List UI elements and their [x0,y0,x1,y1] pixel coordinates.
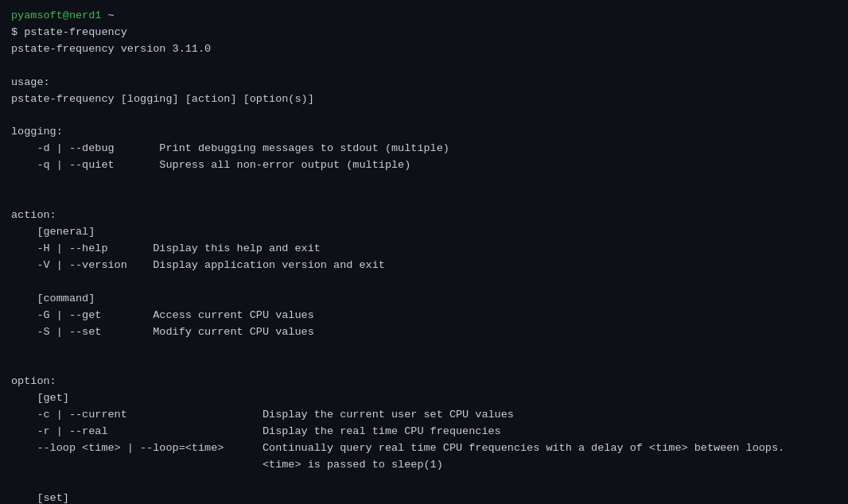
option-loop2: <time> is passed to sleep(1) [11,459,443,471]
terminal-output: pyamsoft@nerd1 ~ $ pstate-frequency psta… [11,8,837,504]
action-command: [command] [11,293,95,304]
usage-header: usage: [11,76,50,88]
action-V: -V | --version Display application versi… [11,259,385,271]
option-loop: --loop <time> | --loop=<time> Continuall… [11,442,784,454]
version-line: pstate-frequency version 3.11.0 [11,43,211,55]
logging-header: logging: [11,126,63,138]
option-c: -c | --current Display the current user … [11,409,514,421]
option-r: -r | --real Display the real time CPU fr… [11,425,501,437]
logging-d: -d | --debug Print debugging messages to… [11,142,449,154]
option-set: [set] [11,492,69,504]
option-header: option: [11,375,56,387]
command: pstate-frequency [18,26,127,38]
action-header: action: [11,209,56,221]
usage-syntax: pstate-frequency [logging] [action] [opt… [11,93,314,105]
action-general: [general] [11,226,95,238]
username: pyamsoft@nerd1 [11,10,101,21]
option-get: [get] [11,392,69,404]
dollar: $ [11,26,18,38]
logging-q: -q | --quiet Supress all non-error outpu… [11,159,410,171]
tilde: ~ [101,10,114,21]
prompt: pyamsoft@nerd1 ~ $ pstate-frequency [11,10,127,38]
action-H: -H | --help Display this help and exit [11,242,321,254]
action-G: -G | --get Access current CPU values [11,309,314,321]
action-S: -S | --set Modify current CPU values [11,326,314,338]
